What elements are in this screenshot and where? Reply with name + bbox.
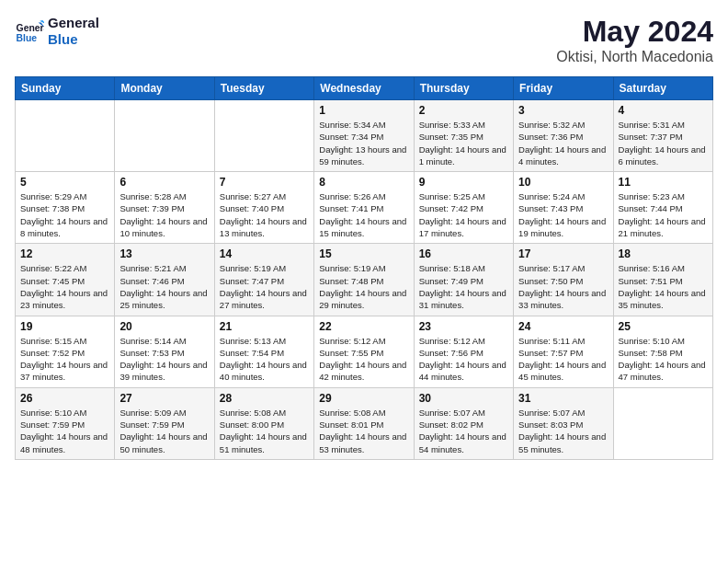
- day-info: Sunrise: 5:18 AM Sunset: 7:49 PM Dayligh…: [419, 262, 508, 311]
- day-info: Sunrise: 5:32 AM Sunset: 7:36 PM Dayligh…: [518, 119, 608, 167]
- day-info: Sunrise: 5:17 AM Sunset: 7:50 PM Dayligh…: [518, 262, 608, 311]
- weekday-header-wednesday: Wednesday: [314, 77, 414, 100]
- calendar-cell: 23Sunrise: 5:12 AM Sunset: 7:56 PM Dayli…: [414, 316, 513, 387]
- day-info: Sunrise: 5:07 AM Sunset: 8:03 PM Dayligh…: [518, 407, 608, 455]
- day-info: Sunrise: 5:24 AM Sunset: 7:43 PM Dayligh…: [518, 190, 608, 239]
- day-number: 26: [20, 392, 109, 405]
- calendar-cell: 5Sunrise: 5:29 AM Sunset: 7:38 PM Daylig…: [16, 172, 115, 244]
- day-number: 28: [220, 392, 309, 405]
- day-info: Sunrise: 5:26 AM Sunset: 7:41 PM Dayligh…: [319, 190, 408, 239]
- day-number: 20: [119, 320, 209, 333]
- day-info: Sunrise: 5:10 AM Sunset: 7:58 PM Dayligh…: [619, 335, 708, 384]
- day-info: Sunrise: 5:07 AM Sunset: 8:02 PM Dayligh…: [419, 407, 508, 455]
- calendar-cell: 6Sunrise: 5:28 AM Sunset: 7:39 PM Daylig…: [115, 172, 214, 244]
- calendar-cell: 31Sunrise: 5:07 AM Sunset: 8:03 PM Dayli…: [514, 387, 613, 459]
- day-number: 9: [419, 176, 508, 189]
- day-info: Sunrise: 5:08 AM Sunset: 8:00 PM Dayligh…: [220, 407, 309, 455]
- day-number: 8: [319, 176, 408, 189]
- page-header: General Blue General Blue May 2024 Oktis…: [15, 15, 713, 65]
- day-number: 19: [20, 320, 109, 333]
- day-info: Sunrise: 5:08 AM Sunset: 8:01 PM Dayligh…: [319, 407, 408, 455]
- calendar-cell: 8Sunrise: 5:26 AM Sunset: 7:41 PM Daylig…: [314, 172, 414, 244]
- calendar-cell: 19Sunrise: 5:15 AM Sunset: 7:52 PM Dayli…: [16, 316, 115, 387]
- day-number: 2: [419, 104, 508, 117]
- day-number: 31: [518, 392, 608, 405]
- calendar-cell: 21Sunrise: 5:13 AM Sunset: 7:54 PM Dayli…: [214, 316, 313, 387]
- day-info: Sunrise: 5:21 AM Sunset: 7:46 PM Dayligh…: [119, 262, 209, 311]
- day-number: 15: [319, 247, 408, 260]
- title-block: May 2024 Oktisi, North Macedonia: [556, 15, 713, 65]
- calendar-cell: 13Sunrise: 5:21 AM Sunset: 7:46 PM Dayli…: [115, 244, 214, 316]
- calendar-subtitle: Oktisi, North Macedonia: [556, 49, 713, 65]
- calendar-week-5: 26Sunrise: 5:10 AM Sunset: 7:59 PM Dayli…: [16, 387, 713, 459]
- calendar-cell: 18Sunrise: 5:16 AM Sunset: 7:51 PM Dayli…: [613, 244, 712, 316]
- day-number: 21: [220, 320, 309, 333]
- logo-icon: General Blue: [15, 17, 44, 46]
- day-number: 12: [20, 247, 109, 260]
- day-info: Sunrise: 5:29 AM Sunset: 7:38 PM Dayligh…: [20, 190, 109, 239]
- day-info: Sunrise: 5:31 AM Sunset: 7:37 PM Dayligh…: [619, 119, 708, 167]
- calendar-cell: [613, 387, 712, 459]
- weekday-header-tuesday: Tuesday: [214, 77, 313, 100]
- svg-text:General: General: [17, 23, 44, 33]
- day-number: 5: [20, 176, 109, 189]
- day-info: Sunrise: 5:25 AM Sunset: 7:42 PM Dayligh…: [419, 190, 508, 239]
- calendar-cell: [214, 100, 313, 172]
- weekday-header-saturday: Saturday: [613, 77, 712, 100]
- calendar-cell: 22Sunrise: 5:12 AM Sunset: 7:55 PM Dayli…: [314, 316, 414, 387]
- day-info: Sunrise: 5:34 AM Sunset: 7:34 PM Dayligh…: [319, 119, 408, 167]
- day-number: 4: [619, 104, 708, 117]
- calendar-cell: 10Sunrise: 5:24 AM Sunset: 7:43 PM Dayli…: [514, 172, 613, 244]
- day-info: Sunrise: 5:33 AM Sunset: 7:35 PM Dayligh…: [419, 119, 508, 167]
- day-number: 25: [619, 320, 708, 333]
- day-number: 17: [518, 247, 608, 260]
- calendar-header: SundayMondayTuesdayWednesdayThursdayFrid…: [16, 77, 713, 100]
- day-number: 30: [419, 392, 508, 405]
- calendar-cell: 7Sunrise: 5:27 AM Sunset: 7:40 PM Daylig…: [214, 172, 313, 244]
- logo-general: General: [48, 15, 99, 31]
- calendar-cell: [16, 100, 115, 172]
- day-info: Sunrise: 5:19 AM Sunset: 7:48 PM Dayligh…: [319, 262, 408, 311]
- calendar-cell: 2Sunrise: 5:33 AM Sunset: 7:35 PM Daylig…: [414, 100, 513, 172]
- day-number: 24: [518, 320, 608, 333]
- day-info: Sunrise: 5:19 AM Sunset: 7:47 PM Dayligh…: [220, 262, 309, 311]
- calendar-cell: 29Sunrise: 5:08 AM Sunset: 8:01 PM Dayli…: [314, 387, 414, 459]
- day-info: Sunrise: 5:22 AM Sunset: 7:45 PM Dayligh…: [20, 262, 109, 311]
- weekday-header-thursday: Thursday: [414, 77, 513, 100]
- calendar-cell: 30Sunrise: 5:07 AM Sunset: 8:02 PM Dayli…: [414, 387, 513, 459]
- day-info: Sunrise: 5:15 AM Sunset: 7:52 PM Dayligh…: [20, 335, 109, 384]
- day-number: 6: [119, 176, 209, 189]
- day-number: 16: [419, 247, 508, 260]
- calendar-cell: 24Sunrise: 5:11 AM Sunset: 7:57 PM Dayli…: [514, 316, 613, 387]
- day-number: 11: [619, 176, 708, 189]
- day-number: 7: [220, 176, 309, 189]
- day-number: 18: [619, 247, 708, 260]
- calendar-cell: 12Sunrise: 5:22 AM Sunset: 7:45 PM Dayli…: [16, 244, 115, 316]
- day-info: Sunrise: 5:16 AM Sunset: 7:51 PM Dayligh…: [619, 262, 708, 311]
- calendar-cell: 14Sunrise: 5:19 AM Sunset: 7:47 PM Dayli…: [214, 244, 313, 316]
- calendar-week-4: 19Sunrise: 5:15 AM Sunset: 7:52 PM Dayli…: [16, 316, 713, 387]
- calendar-table: SundayMondayTuesdayWednesdayThursdayFrid…: [15, 76, 713, 460]
- calendar-cell: 16Sunrise: 5:18 AM Sunset: 7:49 PM Dayli…: [414, 244, 513, 316]
- day-number: 22: [319, 320, 408, 333]
- day-info: Sunrise: 5:14 AM Sunset: 7:53 PM Dayligh…: [119, 335, 209, 384]
- weekday-header-friday: Friday: [514, 77, 613, 100]
- day-info: Sunrise: 5:11 AM Sunset: 7:57 PM Dayligh…: [518, 335, 608, 384]
- calendar-week-2: 5Sunrise: 5:29 AM Sunset: 7:38 PM Daylig…: [16, 172, 713, 244]
- weekday-header-sunday: Sunday: [16, 77, 115, 100]
- day-number: 29: [319, 392, 408, 405]
- day-number: 1: [319, 104, 408, 117]
- day-info: Sunrise: 5:13 AM Sunset: 7:54 PM Dayligh…: [220, 335, 309, 384]
- day-number: 13: [119, 247, 209, 260]
- day-info: Sunrise: 5:10 AM Sunset: 7:59 PM Dayligh…: [20, 407, 109, 455]
- day-number: 23: [419, 320, 508, 333]
- calendar-cell: 15Sunrise: 5:19 AM Sunset: 7:48 PM Dayli…: [314, 244, 414, 316]
- calendar-cell: 3Sunrise: 5:32 AM Sunset: 7:36 PM Daylig…: [514, 100, 613, 172]
- calendar-cell: 27Sunrise: 5:09 AM Sunset: 7:59 PM Dayli…: [115, 387, 214, 459]
- svg-text:Blue: Blue: [17, 33, 38, 43]
- calendar-cell: 4Sunrise: 5:31 AM Sunset: 7:37 PM Daylig…: [613, 100, 712, 172]
- logo-blue: Blue: [48, 31, 99, 48]
- day-number: 10: [518, 176, 608, 189]
- day-info: Sunrise: 5:09 AM Sunset: 7:59 PM Dayligh…: [119, 407, 209, 455]
- day-number: 14: [220, 247, 309, 260]
